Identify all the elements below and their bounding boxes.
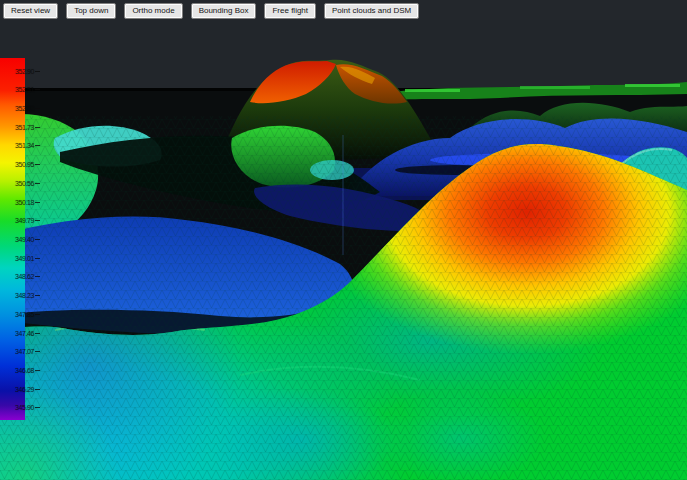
reset-view-button[interactable]: Reset view xyxy=(3,3,58,19)
terrain-scene xyxy=(0,20,687,480)
ortho-mode-button[interactable]: Ortho mode xyxy=(124,3,182,19)
bounding-box-button[interactable]: Bounding Box xyxy=(191,3,257,19)
app-window: { "app": { "background": "#23272c" }, "t… xyxy=(0,0,687,480)
free-flight-button[interactable]: Free flight xyxy=(264,3,316,19)
toolbar: Reset view Top down Ortho mode Bounding … xyxy=(0,0,687,23)
mesh-wireframe xyxy=(0,116,687,480)
elevation-colorbar: 352.90352.51352.12351.73351.34350.95350.… xyxy=(0,58,25,420)
point-clouds-dsm-button[interactable]: Point clouds and DSM xyxy=(324,3,419,19)
terrain-3d-viewport[interactable] xyxy=(0,20,687,480)
top-down-button[interactable]: Top down xyxy=(66,3,116,19)
